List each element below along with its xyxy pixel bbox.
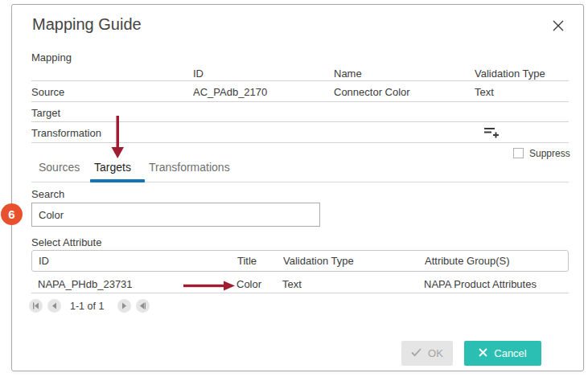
sa-col-id: ID: [39, 255, 49, 267]
mapping-col-validation-type: Validation Type: [475, 68, 545, 80]
tab-transformations[interactable]: Transformations: [149, 161, 230, 174]
mapping-col-id: ID: [193, 68, 204, 80]
dialog-title: Mapping Guide: [32, 15, 142, 34]
sa-row-attribute-groups: NAPA Product Attributes: [424, 278, 537, 290]
divider: [31, 293, 569, 293]
sa-col-attribute-groups: Attribute Group(S): [425, 255, 510, 267]
divider: [31, 101, 569, 102]
suppress-label: Suppress: [529, 148, 570, 159]
sa-table-row[interactable]: NAPA_PHdb_23731 Color Text NAPA Product …: [31, 275, 569, 293]
pagination-prev-button[interactable]: [47, 299, 61, 313]
sa-row-validation-type: Text: [282, 278, 302, 290]
tab-sources[interactable]: Sources: [39, 161, 80, 174]
pagination-next-button[interactable]: [117, 299, 131, 313]
add-transformation-icon: [484, 129, 499, 141]
ok-button[interactable]: OK: [401, 341, 453, 366]
active-tab-underline: [90, 179, 145, 182]
add-transformation-button[interactable]: [483, 125, 500, 143]
sa-row-title: Color: [236, 278, 261, 290]
sa-row-id: NAPA_PHdb_23731: [38, 278, 133, 290]
annotation-arrow-down: [111, 116, 124, 162]
select-attribute-header: ID Title Validation Type Attribute Group…: [31, 250, 569, 272]
first-page-icon: [32, 300, 39, 312]
check-icon: [411, 347, 421, 359]
next-page-icon: [121, 300, 128, 312]
close-icon: [553, 20, 564, 34]
pagination-range: 1-1 of 1: [70, 301, 104, 312]
row-label: Source: [31, 86, 64, 98]
tab-targets[interactable]: Targets: [94, 161, 131, 174]
last-page-icon: [139, 300, 146, 312]
close-button[interactable]: [549, 18, 567, 35]
select-attribute-label: Select Attribute: [31, 236, 101, 248]
search-label: Search: [31, 188, 64, 200]
pagination-first-button[interactable]: [29, 299, 43, 313]
screen: Mapping Guide Mapping ID Name Validation…: [0, 0, 588, 377]
divider: [31, 80, 569, 81]
mapping-section-label: Mapping: [31, 51, 72, 64]
source-validation-type: Text: [475, 86, 494, 98]
mapping-row-target-label: Target: [31, 107, 60, 119]
prev-page-icon: [51, 300, 58, 312]
x-icon: [479, 347, 487, 359]
source-name: Connector Color: [334, 86, 410, 98]
sa-col-validation-type: Validation Type: [283, 255, 354, 267]
suppress-checkbox[interactable]: [513, 148, 524, 158]
step-badge: 6: [1, 203, 23, 225]
search-input[interactable]: [31, 203, 320, 227]
pagination-last-button[interactable]: [136, 299, 150, 313]
sa-col-title: Title: [237, 255, 257, 267]
mapping-col-name: Name: [334, 68, 362, 80]
mapping-guide-dialog: Mapping Guide Mapping ID Name Validation…: [11, 4, 584, 371]
ok-button-label: OK: [428, 347, 443, 359]
mapping-row-transformation-label: Transformation: [31, 127, 101, 139]
source-id: AC_PAdb_2170: [193, 86, 267, 98]
cancel-button-label: Cancel: [494, 347, 526, 359]
cancel-button[interactable]: Cancel: [464, 341, 541, 366]
